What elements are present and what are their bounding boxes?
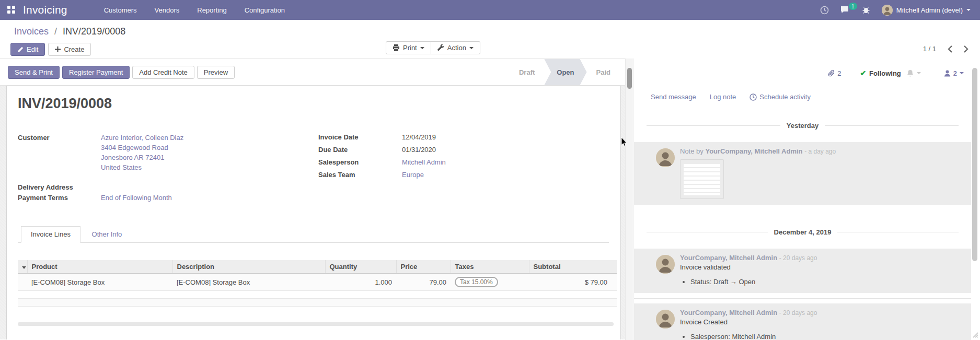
due-date-value: 01/31/2020 bbox=[402, 145, 436, 155]
table-row[interactable]: [E-COM08] Storage Box [E-COM08] Storage … bbox=[18, 274, 617, 291]
resize-grip[interactable] bbox=[970, 330, 978, 338]
debug-bug-icon[interactable] bbox=[862, 6, 870, 14]
followers-button[interactable]: 2 bbox=[944, 69, 964, 77]
invoice-lines-table: Product Description Quantity Price Taxes… bbox=[18, 260, 617, 314]
message-body: Invoice Created bbox=[680, 318, 964, 326]
message-author[interactable]: YourCompany, Mitchell Admin bbox=[705, 147, 802, 155]
messages-icon[interactable]: 1 bbox=[840, 6, 850, 14]
message-time: - a day ago bbox=[804, 148, 836, 155]
divider-date: Yesterday bbox=[787, 122, 818, 130]
attachments-button[interactable]: 2 bbox=[828, 69, 841, 77]
action-button[interactable]: Action bbox=[431, 41, 480, 54]
message-author[interactable]: YourCompany, Mitchell Admin bbox=[680, 254, 777, 262]
pager-next-icon[interactable] bbox=[964, 45, 969, 53]
customer-street[interactable]: 3404 Edgewood Road bbox=[101, 143, 183, 153]
salesperson-link[interactable]: Mitchell Admin bbox=[402, 158, 446, 167]
message-invoice-created: YourCompany, Mitchell Admin - 20 days ag… bbox=[634, 303, 971, 340]
navbar-right: 1 Mitchell Admin (devel) bbox=[820, 5, 980, 16]
tab-other-info[interactable]: Other Info bbox=[83, 227, 132, 242]
menu-vendors[interactable]: Vendors bbox=[155, 6, 180, 14]
preview-button[interactable]: Preview bbox=[197, 66, 235, 79]
followers-caret-icon bbox=[960, 72, 964, 74]
send-print-button[interactable]: Send & Print bbox=[8, 66, 60, 79]
fields-left-column: Customer Azure Interior, Colleen Diaz 34… bbox=[18, 133, 318, 203]
schedule-activity-link[interactable]: Schedule activity bbox=[750, 93, 811, 101]
empty-row bbox=[18, 299, 617, 307]
fields-right-column: Invoice Date 12/04/2019 Due Date 01/31/2… bbox=[318, 133, 446, 203]
avatar bbox=[656, 255, 675, 274]
activities-clock-icon[interactable] bbox=[820, 6, 829, 15]
sales-team-link[interactable]: Europe bbox=[402, 170, 424, 180]
create-button[interactable]: Create bbox=[48, 43, 91, 56]
message-author[interactable]: YourCompany, Mitchell Admin bbox=[680, 309, 777, 316]
customer-name-link[interactable]: Azure Interior, Colleen Diaz bbox=[101, 133, 183, 143]
register-payment-button[interactable]: Register Payment bbox=[62, 66, 130, 79]
avatar bbox=[656, 148, 675, 167]
message-time: - 20 days ago bbox=[779, 254, 817, 262]
record-buttons: Edit Create bbox=[10, 43, 91, 56]
breadcrumb-separator: / bbox=[54, 26, 57, 37]
print-action-group: Print Action bbox=[386, 41, 480, 54]
customer-city[interactable]: Jonesboro AR 72401 bbox=[101, 153, 183, 162]
status-steps: Draft Open Paid bbox=[510, 59, 620, 85]
pager-count: 1 / 1 bbox=[923, 45, 936, 53]
top-navbar: Invoicing Customers Vendors Reporting Co… bbox=[0, 0, 980, 20]
apps-menu-icon[interactable] bbox=[7, 6, 16, 14]
user-name: Mitchell Admin (devel) bbox=[896, 6, 963, 14]
tab-invoice-lines[interactable]: Invoice Lines bbox=[21, 226, 80, 243]
print-button[interactable]: Print bbox=[386, 41, 431, 54]
add-credit-note-button[interactable]: Add Credit Note bbox=[132, 66, 194, 79]
menu-reporting[interactable]: Reporting bbox=[197, 6, 226, 14]
app-brand[interactable]: Invoicing bbox=[23, 4, 67, 16]
invoice-title: INV/2019/0008 bbox=[18, 96, 609, 112]
subscription-bell-button[interactable] bbox=[906, 69, 921, 77]
breadcrumb-invoices-link[interactable]: Invoices bbox=[14, 26, 49, 37]
pencil-icon bbox=[17, 46, 24, 53]
payment-terms-label: Payment Terms bbox=[18, 193, 101, 203]
form-background: INV/2019/0008 Customer Azure Interior, C… bbox=[0, 86, 625, 339]
header-subtotal[interactable]: Subtotal bbox=[529, 260, 617, 274]
breadcrumb-current: INV/2019/0008 bbox=[63, 26, 125, 37]
chatter-toolbar: 2 ✔ Following 2 bbox=[634, 58, 971, 77]
following-button[interactable]: ✔ Following bbox=[860, 69, 901, 77]
pager-prev-icon[interactable] bbox=[948, 45, 952, 53]
customer-country[interactable]: United States bbox=[101, 162, 183, 172]
cell-quantity: 1.000 bbox=[325, 274, 396, 291]
sort-caret-icon bbox=[22, 266, 26, 269]
header-quantity[interactable]: Quantity bbox=[325, 260, 396, 274]
main-menu: Customers Vendors Reporting Configuratio… bbox=[104, 6, 285, 14]
header-product[interactable]: Product bbox=[27, 260, 172, 274]
state-draft[interactable]: Draft bbox=[510, 59, 544, 85]
payment-terms-link[interactable]: End of Following Month bbox=[101, 193, 172, 203]
invoice-date-label: Invoice Date bbox=[318, 133, 402, 142]
sort-indicator-cell[interactable] bbox=[18, 260, 27, 274]
state-open[interactable]: Open bbox=[544, 59, 586, 85]
attachments-count: 2 bbox=[837, 69, 841, 77]
header-description[interactable]: Description bbox=[172, 260, 325, 274]
header-taxes[interactable]: Taxes bbox=[451, 260, 529, 274]
statusbar: Send & Print Register Payment Add Credit… bbox=[0, 58, 625, 86]
form-panel: Send & Print Register Payment Add Credit… bbox=[0, 58, 625, 340]
message-time: - 20 days ago bbox=[779, 309, 817, 316]
paperclip-icon bbox=[828, 69, 835, 77]
form-scrollbar-thumb[interactable] bbox=[627, 68, 632, 89]
attachment-thumbnail[interactable] bbox=[680, 159, 724, 199]
header-price[interactable]: Price bbox=[396, 260, 451, 274]
chatter-vertical-scrollbar[interactable] bbox=[972, 68, 977, 261]
form-vertical-scrollbar[interactable] bbox=[625, 58, 633, 340]
user-menu[interactable]: Mitchell Admin (devel) bbox=[882, 5, 971, 16]
print-caret-icon bbox=[420, 47, 424, 49]
table-horizontal-scrollbar[interactable] bbox=[18, 322, 614, 326]
state-paid[interactable]: Paid bbox=[587, 59, 620, 85]
messages-badge: 1 bbox=[849, 3, 857, 10]
log-note-link[interactable]: Log note bbox=[710, 93, 736, 101]
notebook-tabs: Invoice Lines Other Info bbox=[18, 226, 609, 243]
pager: 1 / 1 bbox=[923, 45, 969, 53]
message-header: Note by YourCompany, Mitchell Admin - a … bbox=[680, 147, 964, 155]
menu-configuration[interactable]: Configuration bbox=[245, 6, 285, 14]
send-message-link[interactable]: Send message bbox=[651, 93, 696, 101]
menu-customers[interactable]: Customers bbox=[104, 6, 137, 14]
edit-button[interactable]: Edit bbox=[10, 43, 45, 56]
message-body: Invoice validated bbox=[680, 263, 964, 271]
cell-price: 79.00 bbox=[396, 274, 451, 291]
